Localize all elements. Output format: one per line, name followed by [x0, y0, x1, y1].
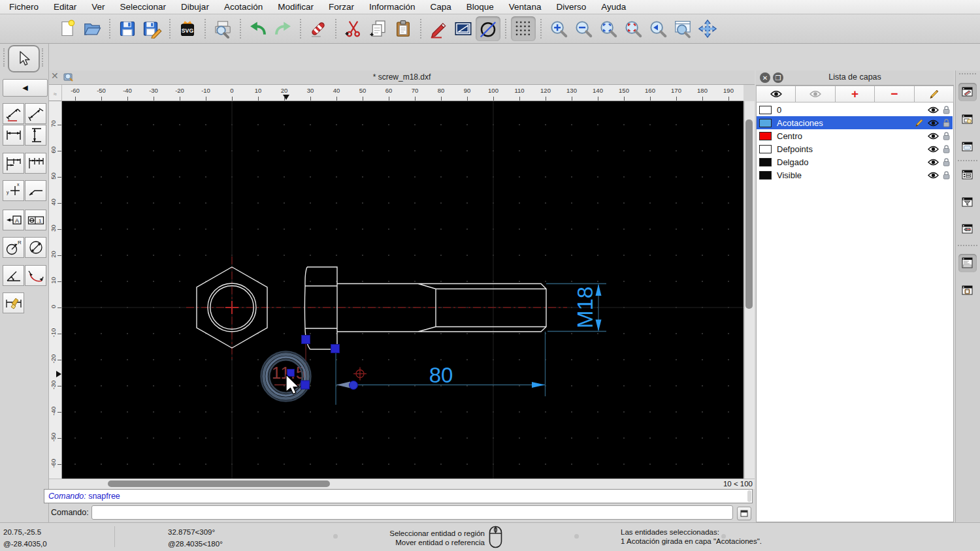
dim-tolerance-button[interactable]: .1: [25, 210, 46, 230]
zoom-auto-icon[interactable]: [596, 16, 621, 41]
dock-layer-list-full-icon[interactable]: [958, 166, 977, 184]
print-preview-icon[interactable]: [210, 16, 235, 41]
layer-row-defpoints[interactable]: Defpoints: [757, 142, 953, 155]
drawing-canvas[interactable]: M18 80 11.5: [62, 101, 743, 479]
pan-icon[interactable]: [695, 16, 720, 41]
remove-layer-icon[interactable]: −: [875, 86, 914, 102]
menu-item-dibujar[interactable]: Dibujar: [181, 2, 209, 12]
layer-color-swatch[interactable]: [759, 132, 772, 140]
menu-item-bloque[interactable]: Bloque: [466, 2, 494, 12]
layer-visibility-icon[interactable]: [928, 106, 939, 114]
dimension-grip-handle[interactable]: [350, 381, 358, 390]
dim-linear-button[interactable]: [25, 103, 46, 124]
dim-diametric-button[interactable]: [25, 237, 46, 258]
menu-item-modificar[interactable]: Modificar: [278, 2, 314, 12]
hide-all-layers-icon[interactable]: [796, 86, 835, 102]
layer-lock-icon[interactable]: [943, 118, 950, 127]
cut-icon[interactable]: [341, 16, 366, 41]
zoom-selected-icon[interactable]: [621, 16, 645, 41]
dim-baseline-button[interactable]: [3, 153, 24, 174]
selection-pointer-button[interactable]: [8, 45, 40, 72]
zoom-window-icon[interactable]: [670, 16, 695, 41]
new-file-icon[interactable]: [55, 16, 80, 41]
menu-item-información[interactable]: Información: [369, 2, 416, 12]
show-all-layers-icon[interactable]: [756, 86, 796, 102]
layer-lock-icon[interactable]: [943, 170, 950, 180]
menu-item-ver[interactable]: Ver: [91, 2, 105, 12]
save-as-icon[interactable]: [140, 16, 165, 41]
ruler-h-label: 50: [359, 87, 367, 94]
save-icon[interactable]: [115, 16, 140, 41]
paste-icon[interactable]: [391, 16, 416, 41]
layer-color-swatch[interactable]: [759, 106, 772, 114]
export-svg-icon[interactable]: SVG: [175, 16, 200, 41]
layer-row-delgado[interactable]: Delgado: [757, 155, 953, 168]
dim-angular-button[interactable]: [3, 265, 24, 286]
dock-layer-list-icon[interactable]: [958, 83, 977, 101]
dock-clipboard-icon[interactable]: [958, 281, 977, 300]
dim-ordinate-button[interactable]: xy: [3, 180, 24, 201]
dock-command-line-icon[interactable]: [958, 254, 977, 272]
menu-item-editar[interactable]: Editar: [54, 2, 76, 12]
menu-item-forzar[interactable]: Forzar: [329, 2, 354, 12]
layer-lock-icon[interactable]: [943, 144, 950, 153]
add-layer-icon[interactable]: +: [836, 86, 875, 102]
redo-icon[interactable]: [270, 16, 295, 41]
undo-icon[interactable]: [246, 16, 270, 41]
menu-item-seleccionar[interactable]: Seleccionar: [120, 2, 167, 12]
dim-label-button[interactable]: A: [3, 210, 24, 230]
menu-item-ayuda[interactable]: Ayuda: [601, 2, 626, 12]
copy-icon[interactable]: [366, 16, 391, 41]
zoom-previous-icon[interactable]: [645, 16, 670, 41]
dim-radial-button[interactable]: R: [3, 237, 24, 258]
zoom-in-icon[interactable]: [546, 16, 571, 41]
dim-horizontal-button[interactable]: [3, 125, 24, 146]
dim-arc-button[interactable]: [25, 265, 46, 286]
layer-visibility-icon[interactable]: [928, 159, 939, 166]
dock-library-browser-icon[interactable]: [958, 138, 977, 156]
dim-continue-button[interactable]: [25, 153, 46, 174]
menu-item-ventana[interactable]: Ventana: [509, 2, 542, 12]
dim-vertical-button[interactable]: [25, 125, 46, 146]
horizontal-scrollbar-thumb[interactable]: [108, 480, 330, 487]
snap-free-icon[interactable]: [476, 16, 500, 41]
layer-row-acotaciones[interactable]: Acotaciones: [757, 116, 953, 129]
dock-named-views-icon[interactable]: [958, 220, 977, 238]
dim-leader-button[interactable]: [25, 180, 46, 201]
layer-lock-icon[interactable]: [943, 157, 950, 166]
layer-color-swatch[interactable]: [759, 145, 772, 153]
layer-visibility-icon[interactable]: [928, 172, 939, 179]
edit-layer-icon[interactable]: [915, 86, 954, 102]
layer-row-centro[interactable]: Centro: [757, 129, 953, 142]
back-button[interactable]: ◀: [3, 79, 48, 97]
dim-aligned-button[interactable]: [3, 103, 24, 124]
layer-row-visible[interactable]: Visible: [757, 168, 953, 181]
layer-visibility-icon[interactable]: [928, 133, 939, 140]
zoom-out-icon[interactable]: [571, 16, 596, 41]
delete-entities-icon[interactable]: [306, 16, 331, 41]
layer-lock-icon[interactable]: [943, 131, 950, 140]
dock-block-list-icon[interactable]: [958, 110, 977, 129]
command-options-button[interactable]: [737, 507, 751, 520]
command-history[interactable]: Comando: snapfree: [44, 489, 753, 503]
menu-item-acotación[interactable]: Acotación: [224, 2, 263, 12]
draw-pencil-icon[interactable]: [426, 16, 451, 41]
open-file-icon[interactable]: [80, 16, 105, 41]
layer-color-swatch[interactable]: [759, 158, 772, 166]
menu-item-diverso[interactable]: Diverso: [556, 2, 586, 12]
layer-visibility-icon[interactable]: [928, 119, 939, 127]
dock-entity-filter-icon[interactable]: [958, 193, 977, 212]
layer-color-swatch[interactable]: [759, 171, 772, 180]
layer-row-0[interactable]: 0: [757, 103, 953, 116]
layer-lock-icon[interactable]: [943, 105, 950, 114]
line-attributes-icon[interactable]: [451, 16, 476, 41]
grid-toggle-icon[interactable]: [511, 16, 536, 41]
layer-color-swatch[interactable]: [759, 119, 772, 127]
menu-item-fichero[interactable]: Fichero: [9, 2, 39, 12]
command-history-scrollbar[interactable]: [747, 490, 751, 502]
command-input[interactable]: [91, 505, 733, 520]
vertical-scrollbar-thumb[interactable]: [745, 119, 753, 309]
layer-visibility-icon[interactable]: [928, 146, 939, 153]
dim-regenerate-button[interactable]: [3, 292, 24, 313]
menu-item-capa[interactable]: Capa: [431, 2, 451, 12]
